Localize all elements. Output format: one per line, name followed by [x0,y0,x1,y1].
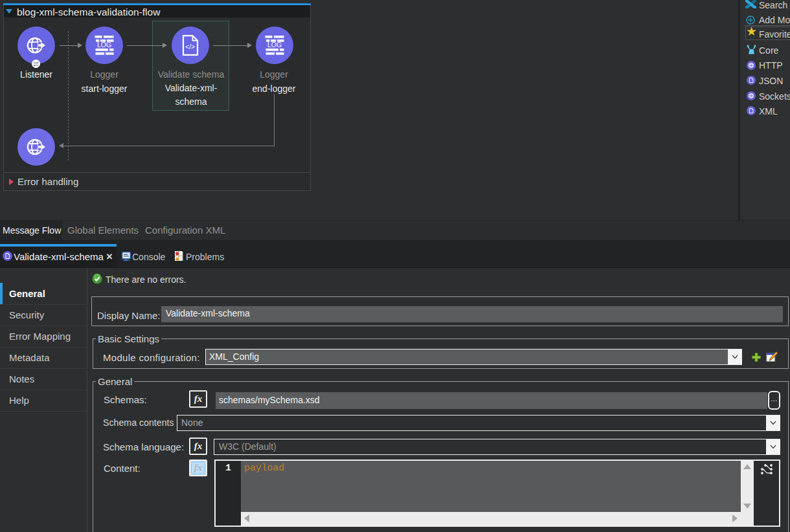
svg-text:</>: </> [185,43,195,50]
svg-text:LOG: LOG [267,41,282,49]
svg-text:LOG: LOG [97,41,111,49]
